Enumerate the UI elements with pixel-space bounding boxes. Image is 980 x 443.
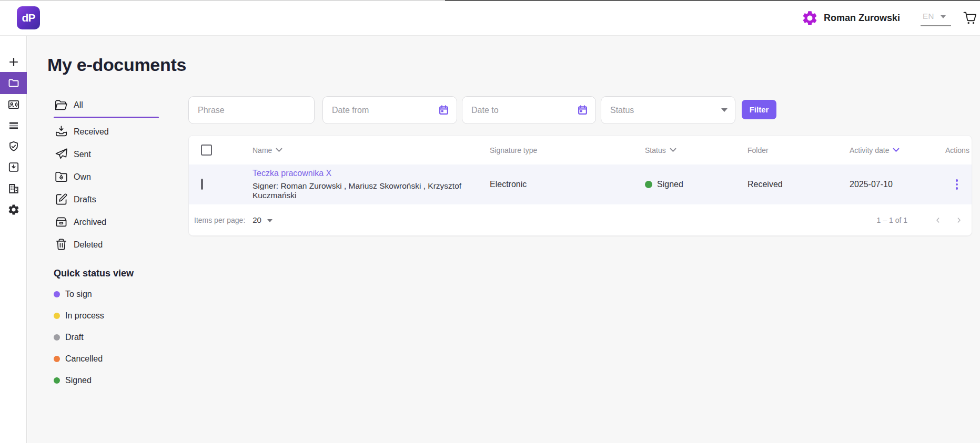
rail-verification[interactable] [0,136,27,157]
quick-status-cancelled[interactable]: Cancelled [54,353,175,365]
quick-status-in-process[interactable]: In process [54,310,175,322]
page-title: My e-documents [47,55,186,75]
gear-icon [7,203,20,216]
language-value: EN [923,12,934,20]
rail-my-documents[interactable] [0,72,27,94]
column-label: Signature type [490,146,537,154]
folder-filter-label: Received [74,127,109,137]
shield-check-icon [7,140,20,153]
rail-company[interactable] [0,178,27,199]
status-dot [645,181,652,188]
icon-rail [0,36,27,443]
folder-filter-label: Deleted [74,240,103,250]
column-header-name[interactable]: Name [241,146,482,154]
folder-filter-sent[interactable]: Sent [54,147,175,162]
top-divider-dark [445,0,980,1]
rail-contacts[interactable] [0,94,27,115]
language-underline [921,25,951,26]
filter-button[interactable]: Filter [742,100,776,119]
status-dot [54,291,60,297]
status-dot [54,356,60,362]
language-select[interactable]: EN [921,8,951,27]
folder-pen-icon [54,169,69,184]
folder-filter-label: Archived [74,218,106,227]
folder-filter-all[interactable]: All [54,97,175,113]
edit-square-icon [54,192,69,207]
row-activity-date: 2025-07-10 [844,180,945,189]
select-all-checkbox[interactable] [201,145,212,156]
status-dot [54,377,60,384]
items-per-page-select[interactable]: 20 [252,215,272,224]
date-from-field[interactable] [322,96,457,124]
chevron-right-icon [955,216,963,224]
folder-filter-own[interactable]: Own [54,169,175,185]
folder-filter-deleted[interactable]: Deleted [54,237,175,253]
sort-chevron-icon-active [893,148,900,152]
column-label: Activity date [850,146,889,154]
app-root: dP Roman Zurowski EN [0,0,980,443]
list-icon [7,119,20,132]
select-all-cell [189,145,241,156]
quick-status-draft[interactable]: Draft [54,331,175,344]
status-label: Signed [657,180,683,189]
filter-bar: Status Filter [188,96,776,124]
cart-icon[interactable] [963,11,977,25]
building-icon [7,182,20,195]
date-from-input[interactable] [332,106,434,115]
user-name[interactable]: Roman Zurowski [824,0,900,36]
row-select-cell [189,180,241,189]
next-page-button[interactable] [948,210,969,231]
quick-status-label: To sign [65,290,92,299]
app-logo[interactable]: dP [17,6,40,29]
folder-open-icon [54,98,69,113]
quick-status-to-sign[interactable]: To sign [54,288,175,301]
column-header-actions: Actions [945,146,972,154]
folder-filter-received[interactable]: Received [54,124,175,140]
status-select[interactable]: Status [601,96,735,124]
date-to-field[interactable] [462,96,596,124]
rail-settings[interactable] [0,199,27,220]
document-signers: Signer: Roman Zurowski , Mariusz Skowroń… [252,181,482,200]
row-actions-menu-icon[interactable] [951,176,964,193]
status-dot [54,334,60,341]
table-header-row: Name Signature type Status Folder Activi [189,136,972,164]
user-gear-icon[interactable] [801,9,819,27]
inbox-arrow-icon [54,124,69,139]
column-label: Folder [747,146,769,154]
rail-list[interactable] [0,115,27,136]
phrase-input[interactable] [198,106,307,115]
row-checkbox[interactable] [201,179,203,190]
table-row[interactable]: Teczka pracownika X Signer: Roman Zurows… [189,164,972,204]
folder-filter-archived[interactable]: Archived [54,214,175,230]
calendar-icon[interactable] [438,105,449,116]
row-name-cell: Teczka pracownika X Signer: Roman Zurows… [241,169,482,200]
chevron-down-icon [941,15,946,18]
folder-filter-label: Own [74,172,91,182]
calendar-icon[interactable] [577,105,588,116]
column-header-folder[interactable]: Folder [742,146,844,154]
rail-new-document[interactable] [0,51,27,73]
column-header-status[interactable]: Status [642,146,742,154]
archive-box-icon [54,214,69,230]
items-per-page-value: 20 [252,215,261,224]
rail-archive[interactable] [0,157,27,178]
quick-status-label: In process [65,311,104,321]
document-link[interactable]: Teczka pracownika X [252,169,331,178]
folder-filter-drafts[interactable]: Drafts [54,192,175,208]
chevron-down-icon [721,108,728,112]
column-header-signature-type[interactable]: Signature type [482,146,642,154]
quick-status-label: Signed [65,376,92,385]
folder-icon [7,77,20,89]
folders-nav: All Received Sent [54,97,175,387]
documents-table: Name Signature type Status Folder Activi [188,135,972,236]
date-to-input[interactable] [471,106,573,115]
plus-icon [7,56,20,68]
column-header-activity-date[interactable]: Activity date [844,146,945,154]
previous-page-button[interactable] [927,210,948,231]
row-status: Signed [642,180,742,189]
paginator: Items per page: 20 1 – 1 of 1 [189,204,972,235]
phrase-field[interactable] [188,96,315,124]
folder-filter-label: All [74,100,83,110]
chevron-left-icon [934,216,942,224]
quick-status-signed[interactable]: Signed [54,374,175,387]
